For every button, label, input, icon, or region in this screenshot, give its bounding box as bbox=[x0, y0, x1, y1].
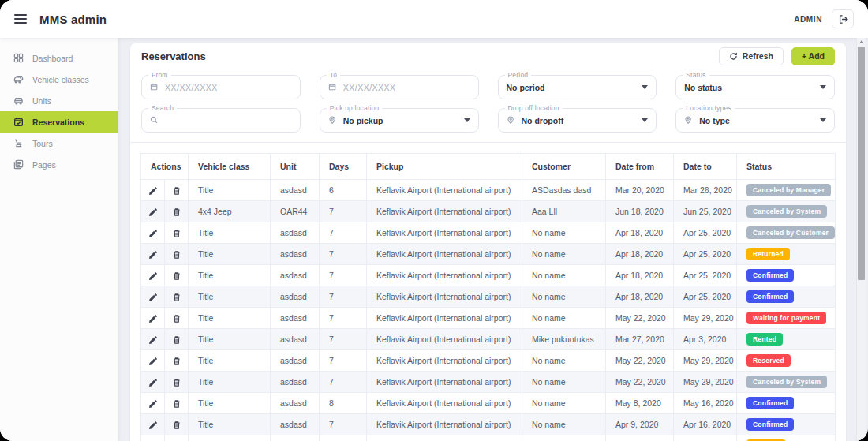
filter-pick-up-location[interactable]: Pick up locationNo pickup bbox=[320, 108, 479, 133]
column-header-date-from: Date from bbox=[606, 154, 674, 180]
filter-to[interactable]: ToXX/XX/XXXX bbox=[320, 75, 479, 99]
status-badge: Returned bbox=[746, 248, 790, 260]
calendar-icon bbox=[328, 83, 337, 92]
cell-date-from: May 22, 2020 bbox=[606, 350, 674, 372]
sidebar-item-reservations[interactable]: Reservations bbox=[0, 111, 118, 133]
dashboard-icon bbox=[13, 53, 24, 63]
chevron-down-icon bbox=[642, 85, 648, 89]
chevron-down-icon bbox=[642, 118, 648, 122]
cell-customer: No name bbox=[522, 372, 606, 393]
trash-icon bbox=[172, 420, 181, 430]
edit-button[interactable] bbox=[141, 393, 165, 414]
delete-button[interactable] bbox=[165, 414, 189, 435]
cell-pickup: Keflavik Airport (International airport) bbox=[367, 201, 522, 222]
edit-button[interactable] bbox=[141, 372, 165, 393]
filter-drop-off-location[interactable]: Drop off locationNo dropoff bbox=[498, 108, 657, 133]
cell-date-from: Apr 18, 2020 bbox=[606, 265, 674, 286]
edit-button[interactable] bbox=[141, 222, 165, 244]
sidebar-item-tours[interactable]: Tours bbox=[0, 133, 118, 154]
page-title: Reservations bbox=[141, 50, 206, 62]
sidebar-item-vehicle-classes[interactable]: Vehicle classes bbox=[0, 69, 118, 90]
delete-button[interactable] bbox=[165, 244, 189, 265]
table-row: Titleasdasd6Keflavik Airport (Internatio… bbox=[141, 180, 836, 201]
table-row: Titleasdasd7Keflavik Airport (Internatio… bbox=[141, 435, 836, 441]
edit-button[interactable] bbox=[141, 329, 165, 350]
cell-vehicle-class: Title bbox=[189, 435, 271, 441]
trash-icon bbox=[172, 335, 181, 345]
edit-button[interactable] bbox=[141, 265, 165, 286]
edit-button[interactable] bbox=[141, 180, 165, 201]
cell-customer: No name bbox=[522, 393, 606, 414]
sidebar-item-dashboard[interactable]: Dashboard bbox=[0, 47, 118, 69]
cell-status: Reserved bbox=[737, 350, 836, 372]
filter-value: No dropoff bbox=[522, 116, 564, 125]
cell-unit: asdasd bbox=[271, 329, 320, 350]
cell-date-to: May 29, 2020 bbox=[674, 308, 737, 329]
cell-status: Canceled by System bbox=[737, 201, 836, 222]
cell-unit: asdasd bbox=[271, 180, 320, 201]
edit-button[interactable] bbox=[141, 308, 165, 329]
delete-button[interactable] bbox=[165, 329, 189, 350]
add-button[interactable]: + Add bbox=[791, 47, 835, 65]
table-row: Titleasdasd7Keflavik Airport (Internatio… bbox=[141, 414, 836, 435]
scroll-up-arrow-icon[interactable] bbox=[859, 40, 864, 43]
filter-status[interactable]: StatusNo status bbox=[675, 75, 835, 99]
edit-button[interactable] bbox=[141, 350, 165, 372]
cell-customer: No name bbox=[522, 414, 606, 435]
vertical-scrollbar[interactable] bbox=[856, 38, 866, 441]
filter-value: XX/XX/XXXX bbox=[165, 83, 218, 92]
cell-unit: asdasd bbox=[271, 350, 320, 372]
delete-button[interactable] bbox=[165, 308, 189, 329]
table-row: Titleasdasd7Keflavik Airport (Internatio… bbox=[141, 329, 836, 350]
edit-button[interactable] bbox=[141, 414, 165, 435]
cell-date-from: May 22, 2020 bbox=[606, 372, 674, 393]
app-title: MMS admin bbox=[39, 13, 107, 26]
filter-search[interactable]: Search bbox=[141, 108, 301, 133]
edit-button[interactable] bbox=[141, 435, 165, 441]
filter-from[interactable]: FromXX/XX/XXXX bbox=[141, 75, 301, 99]
delete-button[interactable] bbox=[165, 372, 189, 393]
cell-date-to: Mar 26, 2020 bbox=[674, 180, 737, 201]
cell-date-to: Apr 16, 2020 bbox=[674, 414, 737, 435]
delete-button[interactable] bbox=[165, 286, 189, 308]
scrollbar-thumb[interactable] bbox=[858, 47, 865, 280]
delete-button[interactable] bbox=[165, 222, 189, 244]
cell-date-from: May 22, 2020 bbox=[606, 308, 674, 329]
delete-button[interactable] bbox=[165, 350, 189, 372]
cell-days: 8 bbox=[320, 393, 367, 414]
status-badge: Canceled by Customer bbox=[746, 226, 835, 239]
cell-unit: asdasd bbox=[271, 286, 320, 308]
filter-period[interactable]: PeriodNo period bbox=[498, 75, 657, 99]
logout-button[interactable] bbox=[832, 9, 854, 28]
sidebar-item-pages[interactable]: Pages bbox=[0, 154, 118, 175]
status-badge: Rented bbox=[746, 333, 783, 346]
trash-icon bbox=[172, 378, 181, 387]
sidebar-item-label: Dashboard bbox=[32, 54, 73, 63]
edit-button[interactable] bbox=[141, 244, 165, 265]
sidebar-item-units[interactable]: Units bbox=[0, 90, 118, 111]
delete-button[interactable] bbox=[165, 393, 189, 414]
cell-status: Returned bbox=[737, 244, 836, 265]
cell-pickup: Keflavik Airport (International airport) bbox=[367, 244, 522, 265]
cell-customer: ASDasdas dasd bbox=[522, 180, 606, 201]
refresh-button[interactable]: Refresh bbox=[719, 47, 784, 65]
cell-vehicle-class: Title bbox=[189, 329, 271, 350]
edit-button[interactable] bbox=[141, 286, 165, 308]
sidebar: DashboardVehicle classesUnitsReservation… bbox=[0, 38, 118, 441]
pencil-icon bbox=[148, 357, 158, 366]
delete-button[interactable] bbox=[165, 435, 189, 441]
admin-user-label: ADMIN bbox=[794, 15, 822, 24]
filter-location-types[interactable]: Location typesNo type bbox=[675, 108, 835, 133]
delete-button[interactable] bbox=[165, 180, 189, 201]
delete-button[interactable] bbox=[165, 265, 189, 286]
status-badge: Canceled by System bbox=[746, 205, 827, 218]
edit-button[interactable] bbox=[141, 201, 165, 222]
cell-customer: No name bbox=[522, 265, 606, 286]
delete-button[interactable] bbox=[165, 201, 189, 222]
menu-icon[interactable] bbox=[14, 14, 27, 24]
cell-pickup: Keflavik Airport (International airport) bbox=[367, 265, 522, 286]
pencil-icon bbox=[148, 229, 158, 238]
cell-days: 7 bbox=[320, 265, 367, 286]
status-badge: Waiting for payment bbox=[746, 312, 826, 324]
cell-vehicle-class: Title bbox=[189, 414, 271, 435]
